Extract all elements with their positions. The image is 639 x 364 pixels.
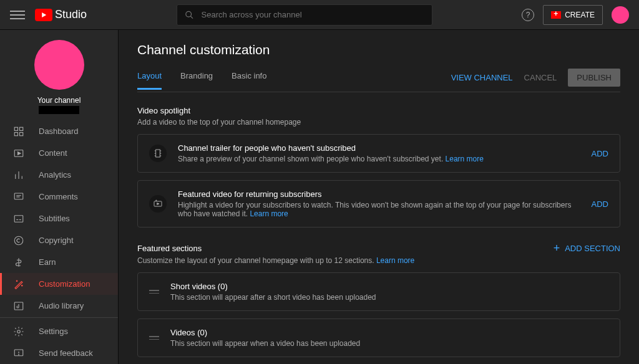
section-subtitle: Customize the layout of your channel hom… (137, 256, 620, 265)
card-body: Channel trailer for people who haven't s… (178, 143, 580, 163)
add-featured-button[interactable]: ADD (592, 199, 608, 209)
cancel-button[interactable]: CANCEL (524, 73, 557, 82)
page-title: Channel customization (137, 42, 620, 57)
create-label: CREATE (565, 11, 595, 19)
card-title: Featured video for returning subscribers (178, 189, 580, 199)
search-icon (185, 10, 194, 20)
sidebar-item-label: Audio library (39, 301, 84, 310)
svg-marker-7 (18, 151, 21, 155)
sidebar-item-label: Send feedback (39, 348, 93, 358)
search-input[interactable] (202, 10, 424, 19)
sidebar-item-customization[interactable]: Customization (0, 273, 118, 295)
tab-actions: VIEW CHANNEL CANCEL PUBLISH (451, 69, 620, 92)
sidebar: Your channel Dashboard Content Analytics… (0, 30, 119, 364)
svg-rect-2 (14, 127, 17, 130)
sidebar-item-copyright[interactable]: Copyright (0, 229, 118, 251)
comments-icon (12, 191, 25, 203)
search-box[interactable] (177, 4, 432, 26)
sidebar-item-feedback[interactable]: Send feedback (0, 342, 118, 364)
sidebar-item-label: Dashboard (39, 127, 79, 136)
svg-rect-5 (20, 132, 23, 135)
featured-sections: Featured sections + ADD SECTION Customiz… (137, 242, 620, 357)
audio-library-icon (12, 300, 25, 312)
card-title: Channel trailer for people who haven't s… (178, 143, 580, 153)
drag-handle-icon[interactable] (149, 336, 159, 340)
sidebar-item-comments[interactable]: Comments (0, 186, 118, 208)
svg-point-34 (156, 200, 157, 201)
sidebar-nav: Dashboard Content Analytics Comments Sub… (0, 120, 118, 317)
learn-more-link[interactable]: Learn more (446, 155, 484, 163)
svg-rect-4 (14, 132, 17, 135)
tab-branding[interactable]: Branding (180, 71, 213, 89)
tab-basic-info[interactable]: Basic info (232, 71, 266, 89)
card-description: Highlight a video for your subscribers t… (178, 201, 580, 218)
add-section-button[interactable]: + ADD SECTION (554, 242, 620, 254)
video-spotlight-section: Video spotlight Add a video to the top o… (137, 106, 620, 228)
svg-rect-11 (14, 193, 23, 199)
sidebar-footer: Settings Send feedback (0, 317, 118, 364)
view-channel-button[interactable]: VIEW CHANNEL (451, 73, 513, 82)
customization-icon (12, 278, 25, 290)
sidebar-item-label: Analytics (39, 170, 71, 180)
sidebar-item-label: Comments (39, 192, 78, 201)
card-title: Videos (0) (170, 328, 608, 337)
add-section-label: ADD SECTION (565, 244, 620, 253)
svg-line-1 (190, 16, 193, 18)
copyright-icon (12, 234, 25, 247)
learn-more-link[interactable]: Learn more (376, 256, 414, 265)
sidebar-item-dashboard[interactable]: Dashboard (0, 120, 118, 142)
film-icon (149, 145, 167, 162)
menu-icon[interactable] (10, 7, 25, 22)
tabs-row: Layout Branding Basic info VIEW CHANNEL … (137, 69, 620, 92)
card-description: This section will appear when a video ha… (170, 339, 608, 348)
header-actions: ? CREATE (522, 5, 629, 25)
top-header: Studio ? CREATE (0, 0, 639, 30)
subtitles-icon (12, 213, 25, 225)
svg-point-21 (17, 330, 21, 333)
svg-rect-14 (14, 215, 23, 222)
sidebar-item-label: Subtitles (39, 214, 70, 223)
card-body: Short videos (0) This section will appea… (170, 282, 608, 302)
studio-logo[interactable]: Studio (35, 8, 87, 21)
sidebar-item-label: Content (39, 148, 67, 158)
dashboard-icon (12, 125, 25, 138)
card-description: Share a preview of your channel shown wi… (178, 155, 580, 163)
card-description: This section will appear after a short v… (170, 293, 608, 302)
sidebar-item-content[interactable]: Content (0, 142, 118, 164)
earn-icon (12, 256, 25, 269)
sidebar-item-earn[interactable]: Earn (0, 251, 118, 273)
svg-point-17 (14, 236, 23, 245)
sidebar-item-subtitles[interactable]: Subtitles (0, 208, 118, 229)
sidebar-item-analytics[interactable]: Analytics (0, 164, 118, 186)
featured-card-shorts: Short videos (0) This section will appea… (137, 272, 620, 311)
drag-handle-icon[interactable] (149, 290, 159, 294)
card-body: Videos (0) This section will appear when… (170, 328, 608, 348)
channel-name: Your channel (37, 96, 81, 105)
tab-layout[interactable]: Layout (137, 71, 162, 90)
sidebar-item-settings[interactable]: Settings (0, 320, 118, 342)
main-layout: Your channel Dashboard Content Analytics… (0, 30, 639, 364)
card-title: Short videos (0) (170, 282, 608, 291)
avatar[interactable] (612, 6, 629, 24)
help-icon[interactable]: ? (522, 9, 534, 21)
sidebar-item-label: Settings (39, 327, 68, 336)
channel-handle-placeholder (39, 106, 79, 114)
featured-card-videos: Videos (0) This section will appear when… (137, 318, 620, 357)
publish-button[interactable]: PUBLISH (568, 69, 620, 87)
svg-rect-25 (156, 150, 160, 157)
svg-point-0 (185, 11, 191, 17)
main-content: Channel customization Layout Branding Ba… (119, 30, 639, 364)
channel-avatar[interactable] (34, 40, 84, 90)
content-icon (12, 147, 25, 160)
svg-point-19 (22, 285, 23, 286)
gear-icon (12, 325, 25, 338)
create-button[interactable]: CREATE (543, 5, 603, 25)
section-subtitle: Add a video to the top of your channel h… (137, 118, 620, 127)
card-body: Featured video for returning subscribers… (178, 189, 580, 218)
channel-card: Your channel (0, 30, 118, 120)
sidebar-item-audio-library[interactable]: Audio library (0, 295, 118, 317)
add-trailer-button[interactable]: ADD (592, 149, 608, 158)
tabs: Layout Branding Basic info (137, 71, 266, 89)
learn-more-link[interactable]: Learn more (250, 209, 288, 218)
section-title: Featured sections + ADD SECTION (137, 242, 620, 254)
